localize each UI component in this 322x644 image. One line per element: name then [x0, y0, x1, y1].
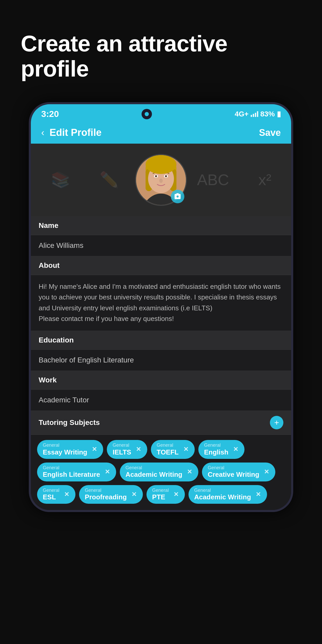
tag-name-tag-academic-writing-2: Academic Writing: [194, 493, 251, 501]
tag-category-tag-toefl: General: [157, 443, 179, 448]
work-label: Work: [31, 371, 291, 390]
camera-notch: [142, 109, 152, 119]
tag-content-tag-academic-writing: General Academic Writing: [125, 465, 182, 479]
status-time: 3:20: [41, 109, 59, 119]
tag-creative-writing[interactable]: General Creative Writing ✕: [202, 463, 275, 481]
tag-close-tag-toefl[interactable]: ✕: [182, 446, 190, 453]
tags-container: General Essay Writing ✕ General IELTS ✕ …: [31, 435, 291, 510]
tag-name-tag-essay-writing: Essay Writing: [43, 448, 87, 456]
bg-icon-math: x²: [258, 171, 271, 189]
tag-name-tag-proofreading: Proofreading: [85, 493, 127, 501]
svg-point-11: [159, 178, 163, 183]
signal-bar-2: [253, 114, 254, 117]
page-title: Create an attractive profile: [21, 31, 301, 81]
nav-bar: ‹ Edit Profile Save: [31, 123, 291, 144]
tag-close-tag-proofreading[interactable]: ✕: [130, 491, 138, 498]
tag-academic-writing-2[interactable]: General Academic Writing ✕: [188, 485, 267, 504]
network-label: 4G+: [235, 110, 249, 118]
camera-overlay-button[interactable]: [171, 190, 184, 203]
tag-close-tag-english-literature[interactable]: ✕: [104, 468, 111, 475]
signal-bar-3: [255, 113, 256, 117]
add-subject-button[interactable]: +: [270, 416, 283, 429]
back-button[interactable]: ‹: [41, 127, 44, 138]
profile-photo-section: 📚 ✏️ 🔢 ABC x²: [31, 144, 291, 216]
tag-category-tag-english: General: [204, 443, 228, 448]
header-section: Create an attractive profile: [0, 0, 322, 97]
tag-content-tag-creative-writing: General Creative Writing: [208, 465, 259, 479]
tag-name-tag-english-literature: English Literature: [43, 471, 100, 479]
phone-frame: 3:20 4G+ 83% ▮: [29, 102, 293, 512]
tag-close-tag-english[interactable]: ✕: [232, 446, 239, 453]
svg-point-8: [155, 175, 157, 177]
tag-close-tag-esl[interactable]: ✕: [63, 491, 70, 498]
status-right-icons: 4G+ 83% ▮: [235, 110, 281, 118]
tag-english-literature[interactable]: General English Literature ✕: [37, 463, 116, 481]
tag-name-tag-creative-writing: Creative Writing: [208, 471, 259, 479]
tag-category-tag-academic-writing: General: [125, 465, 182, 471]
battery-icon: ▮: [277, 110, 281, 118]
tag-category-tag-proofreading: General: [85, 488, 127, 493]
camera-icon: [174, 193, 181, 200]
tag-name-tag-toefl: TOEFL: [157, 448, 179, 456]
save-button[interactable]: Save: [259, 127, 281, 138]
tag-content-tag-proofreading: General Proofreading: [85, 488, 127, 501]
bg-icon-abc: ABC: [197, 171, 229, 189]
tag-content-tag-esl: General ESL: [43, 488, 59, 501]
signal-bar-4: [257, 111, 258, 117]
tag-close-tag-pte[interactable]: ✕: [172, 491, 180, 498]
nav-title: Edit Profile: [50, 127, 259, 138]
phone-wrapper: 3:20 4G+ 83% ▮: [0, 102, 322, 512]
tag-close-tag-essay-writing[interactable]: ✕: [91, 446, 98, 453]
content-area: 📚 ✏️ 🔢 ABC x²: [31, 144, 291, 510]
svg-point-0: [145, 112, 149, 116]
education-value[interactable]: Bachelor of English Literature: [31, 350, 291, 371]
name-label: Name: [31, 216, 291, 235]
svg-point-10: [165, 175, 167, 177]
tag-content-tag-essay-writing: General Essay Writing: [43, 443, 87, 456]
tag-name-tag-ielts: IELTS: [113, 448, 131, 456]
tag-name-tag-pte: PTE: [152, 493, 169, 501]
tag-toefl[interactable]: General TOEFL ✕: [151, 440, 195, 459]
tag-content-tag-english-literature: General English Literature: [43, 465, 100, 479]
tag-esl[interactable]: General ESL ✕: [37, 485, 75, 504]
tag-category-tag-essay-writing: General: [43, 443, 87, 448]
tag-english[interactable]: General English ✕: [198, 440, 244, 459]
bg-icon-pencil: ✏️: [100, 171, 119, 189]
bg-icon-book: 📚: [51, 171, 70, 189]
tag-essay-writing[interactable]: General Essay Writing ✕: [37, 440, 103, 459]
tag-category-tag-creative-writing: General: [208, 465, 259, 471]
tag-pte[interactable]: General PTE ✕: [146, 485, 185, 504]
work-value[interactable]: Academic Tutor: [31, 390, 291, 411]
about-value[interactable]: Hi! My name's Alice and I'm a motivated …: [31, 275, 291, 331]
tag-content-tag-pte: General PTE: [152, 488, 169, 501]
tutoring-subjects-label: Tutoring Subjects: [39, 418, 100, 427]
tag-content-tag-toefl: General TOEFL: [157, 443, 179, 456]
avatar-container[interactable]: [135, 154, 187, 206]
tag-close-tag-ielts[interactable]: ✕: [135, 446, 142, 453]
tag-category-tag-english-literature: General: [43, 465, 100, 471]
tag-close-tag-academic-writing[interactable]: ✕: [186, 468, 193, 475]
tag-category-tag-pte: General: [152, 488, 169, 493]
tag-name-tag-academic-writing: Academic Writing: [125, 471, 182, 479]
education-label: Education: [31, 331, 291, 350]
tag-name-tag-english: English: [204, 448, 228, 456]
tag-category-tag-academic-writing-2: General: [194, 488, 251, 493]
about-text: Hi! My name's Alice and I'm a motivated …: [39, 281, 283, 324]
status-bar: 3:20 4G+ 83% ▮: [31, 104, 291, 123]
name-value[interactable]: Alice Williams: [31, 235, 291, 256]
tag-content-tag-academic-writing-2: General Academic Writing: [194, 488, 251, 501]
svg-point-12: [145, 155, 176, 174]
tag-ielts[interactable]: General IELTS ✕: [107, 440, 147, 459]
tag-close-tag-academic-writing-2[interactable]: ✕: [255, 491, 262, 498]
tag-content-tag-english: General English: [204, 443, 228, 456]
tag-content-tag-ielts: General IELTS: [113, 443, 131, 456]
tag-category-tag-ielts: General: [113, 443, 131, 448]
tutoring-subjects-header: Tutoring Subjects +: [31, 411, 291, 435]
signal-bars-icon: [251, 111, 258, 117]
tag-proofreading[interactable]: General Proofreading ✕: [79, 485, 143, 504]
tag-academic-writing[interactable]: General Academic Writing ✕: [120, 463, 198, 481]
battery-label: 83%: [260, 110, 275, 118]
page-background: Create an attractive profile 3:20 4G+: [0, 0, 322, 644]
about-label: About: [31, 256, 291, 275]
tag-close-tag-creative-writing[interactable]: ✕: [263, 468, 270, 475]
